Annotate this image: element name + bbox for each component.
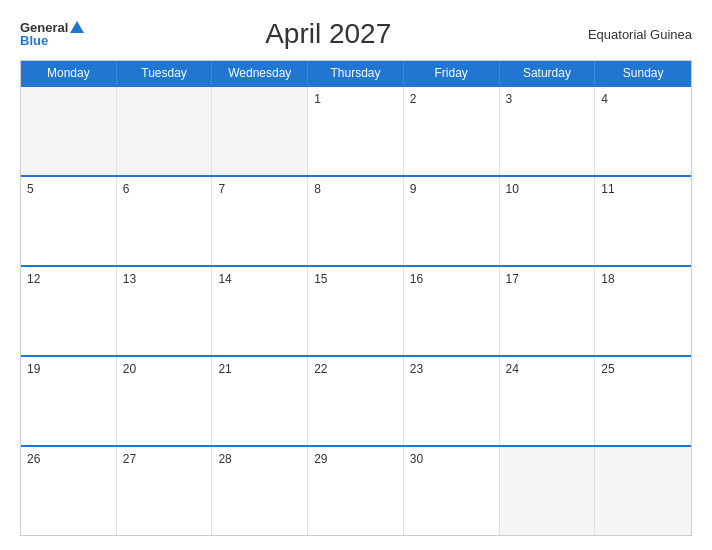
cal-header-tuesday: Tuesday — [117, 61, 213, 85]
cal-cell — [595, 447, 691, 535]
cal-cell: 25 — [595, 357, 691, 445]
day-number: 16 — [410, 272, 423, 286]
cal-cell: 4 — [595, 87, 691, 175]
cal-cell: 20 — [117, 357, 213, 445]
cal-cell: 16 — [404, 267, 500, 355]
day-number: 10 — [506, 182, 519, 196]
cal-cell: 24 — [500, 357, 596, 445]
day-number: 6 — [123, 182, 130, 196]
cal-cell — [117, 87, 213, 175]
day-number: 2 — [410, 92, 417, 106]
day-number: 30 — [410, 452, 423, 466]
day-number: 19 — [27, 362, 40, 376]
cal-week-4: 19202122232425 — [21, 355, 691, 445]
calendar-body: 1234567891011121314151617181920212223242… — [21, 85, 691, 535]
cal-cell: 8 — [308, 177, 404, 265]
cal-cell: 3 — [500, 87, 596, 175]
day-number: 23 — [410, 362, 423, 376]
cal-cell: 14 — [212, 267, 308, 355]
day-number: 15 — [314, 272, 327, 286]
calendar: MondayTuesdayWednesdayThursdayFridaySatu… — [20, 60, 692, 536]
cal-cell: 27 — [117, 447, 213, 535]
cal-cell: 15 — [308, 267, 404, 355]
cal-cell: 6 — [117, 177, 213, 265]
cal-header-friday: Friday — [404, 61, 500, 85]
day-number: 25 — [601, 362, 614, 376]
day-number: 29 — [314, 452, 327, 466]
day-number: 18 — [601, 272, 614, 286]
cal-header-saturday: Saturday — [500, 61, 596, 85]
day-number: 20 — [123, 362, 136, 376]
country-name: Equatorial Guinea — [572, 27, 692, 42]
cal-cell: 23 — [404, 357, 500, 445]
logo-triangle-icon — [70, 21, 84, 33]
cal-cell: 13 — [117, 267, 213, 355]
logo-blue-text: Blue — [20, 34, 48, 47]
cal-cell: 1 — [308, 87, 404, 175]
day-number: 9 — [410, 182, 417, 196]
day-number: 22 — [314, 362, 327, 376]
cal-cell: 19 — [21, 357, 117, 445]
day-number: 26 — [27, 452, 40, 466]
cal-cell: 10 — [500, 177, 596, 265]
cal-header-wednesday: Wednesday — [212, 61, 308, 85]
day-number: 14 — [218, 272, 231, 286]
logo: General Blue — [20, 21, 84, 47]
cal-week-3: 12131415161718 — [21, 265, 691, 355]
cal-cell — [212, 87, 308, 175]
day-number: 24 — [506, 362, 519, 376]
cal-cell: 28 — [212, 447, 308, 535]
cal-cell: 11 — [595, 177, 691, 265]
logo-block: General Blue — [20, 21, 84, 47]
cal-cell: 17 — [500, 267, 596, 355]
cal-week-2: 567891011 — [21, 175, 691, 265]
day-number: 3 — [506, 92, 513, 106]
cal-cell: 30 — [404, 447, 500, 535]
cal-cell: 26 — [21, 447, 117, 535]
cal-cell: 22 — [308, 357, 404, 445]
calendar-header-row: MondayTuesdayWednesdayThursdayFridaySatu… — [21, 61, 691, 85]
cal-header-thursday: Thursday — [308, 61, 404, 85]
day-number: 17 — [506, 272, 519, 286]
cal-header-monday: Monday — [21, 61, 117, 85]
header: General Blue April 2027 Equatorial Guine… — [20, 18, 692, 50]
day-number: 4 — [601, 92, 608, 106]
cal-cell: 18 — [595, 267, 691, 355]
day-number: 21 — [218, 362, 231, 376]
cal-cell: 2 — [404, 87, 500, 175]
cal-cell — [21, 87, 117, 175]
cal-week-1: 1234 — [21, 85, 691, 175]
cal-cell: 5 — [21, 177, 117, 265]
day-number: 27 — [123, 452, 136, 466]
day-number: 12 — [27, 272, 40, 286]
cal-cell: 7 — [212, 177, 308, 265]
month-title: April 2027 — [84, 18, 572, 50]
day-number: 7 — [218, 182, 225, 196]
cal-cell — [500, 447, 596, 535]
cal-cell: 9 — [404, 177, 500, 265]
day-number: 11 — [601, 182, 614, 196]
day-number: 28 — [218, 452, 231, 466]
cal-cell: 12 — [21, 267, 117, 355]
day-number: 8 — [314, 182, 321, 196]
page: General Blue April 2027 Equatorial Guine… — [0, 0, 712, 550]
day-number: 13 — [123, 272, 136, 286]
day-number: 5 — [27, 182, 34, 196]
day-number: 1 — [314, 92, 321, 106]
cal-cell: 21 — [212, 357, 308, 445]
cal-cell: 29 — [308, 447, 404, 535]
cal-header-sunday: Sunday — [595, 61, 691, 85]
cal-week-5: 2627282930 — [21, 445, 691, 535]
